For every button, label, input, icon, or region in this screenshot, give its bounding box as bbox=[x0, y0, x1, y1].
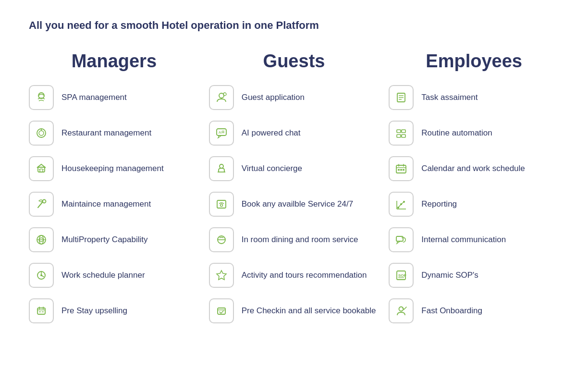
columns-container: Managers SPA management Restaurant manag… bbox=[29, 51, 559, 334]
list-item: Pre Checkin and all service bookable bbox=[209, 298, 376, 323]
precheckin-icon bbox=[209, 298, 234, 323]
feature-label: MultiProperty Capability bbox=[61, 234, 148, 245]
feature-label: Calendar and work schedule bbox=[421, 163, 525, 174]
feature-label: Housekeeping management bbox=[61, 163, 164, 174]
employees-title: Employees bbox=[389, 51, 559, 72]
feature-label: Activity and tours recommendation bbox=[242, 270, 367, 281]
list-item: Work schedule planner bbox=[29, 263, 145, 288]
roomdining-icon bbox=[209, 227, 234, 252]
feature-label: Routine automation bbox=[421, 128, 492, 138]
routine-icon bbox=[389, 121, 414, 146]
feature-label: Work schedule planner bbox=[61, 270, 145, 281]
guests-column: Guests Guest application AI powered chat… bbox=[209, 51, 380, 334]
list-item: Internal communication bbox=[389, 227, 506, 252]
feature-label: Task assaiment bbox=[421, 92, 478, 103]
feature-label: Fast Onboarding bbox=[421, 306, 482, 316]
list-item: AI powered chat bbox=[209, 121, 301, 146]
list-item: Housekeeping management bbox=[29, 156, 164, 181]
multiproperty-icon bbox=[29, 227, 54, 252]
list-item: Maintaince management bbox=[29, 192, 151, 217]
guestapp-icon bbox=[209, 85, 234, 110]
list-item: Restaurant management bbox=[29, 121, 151, 146]
housekeeping-icon bbox=[29, 156, 54, 181]
list-item: Reporting bbox=[389, 192, 457, 217]
list-item: Dynamic SOP's bbox=[389, 263, 478, 288]
feature-label: Book any availble Service 24/7 bbox=[242, 199, 353, 209]
onboarding-icon bbox=[389, 298, 414, 323]
list-item: In room dining and room service bbox=[209, 227, 358, 252]
restaurant-icon bbox=[29, 121, 54, 146]
activity-icon bbox=[209, 263, 234, 288]
task-icon bbox=[389, 85, 414, 110]
sop-icon bbox=[389, 263, 414, 288]
feature-label: SPA management bbox=[61, 92, 127, 103]
list-item: Fast Onboarding bbox=[389, 298, 482, 323]
employees-column: Employees Task assaiment Routine automat… bbox=[389, 51, 559, 334]
list-item: Book any availble Service 24/7 bbox=[209, 192, 353, 217]
list-item: SPA management bbox=[29, 85, 127, 110]
managers-title: Managers bbox=[29, 51, 199, 72]
list-item: Virtual concierge bbox=[209, 156, 302, 181]
prestay-icon bbox=[29, 298, 54, 323]
list-item: Calendar and work schedule bbox=[389, 156, 525, 181]
feature-label: Virtual concierge bbox=[242, 163, 302, 174]
list-item: Activity and tours recommendation bbox=[209, 263, 367, 288]
feature-label: Pre Checkin and all service bookable bbox=[242, 306, 376, 316]
calendar-icon bbox=[389, 156, 414, 181]
list-item: MultiProperty Capability bbox=[29, 227, 148, 252]
workschedule-icon bbox=[29, 263, 54, 288]
list-item: Routine automation bbox=[389, 121, 492, 146]
feature-label: Reporting bbox=[421, 199, 457, 209]
list-item: Pre Stay upselling bbox=[29, 298, 127, 323]
reporting-icon bbox=[389, 192, 414, 217]
spa-icon bbox=[29, 85, 54, 110]
internal-icon bbox=[389, 227, 414, 252]
feature-label: Guest application bbox=[242, 92, 305, 103]
feature-label: Restaurant management bbox=[61, 128, 151, 138]
managers-column: Managers SPA management Restaurant manag… bbox=[29, 51, 199, 334]
feature-label: Dynamic SOP's bbox=[421, 270, 478, 281]
aichat-icon bbox=[209, 121, 234, 146]
page-title: All you need for a smooth Hotel operatio… bbox=[29, 19, 559, 32]
guests-title: Guests bbox=[209, 51, 380, 72]
feature-label: Pre Stay upselling bbox=[61, 306, 127, 316]
book247-icon bbox=[209, 192, 234, 217]
list-item: Guest application bbox=[209, 85, 305, 110]
feature-label: Internal communication bbox=[421, 234, 506, 245]
feature-label: AI powered chat bbox=[242, 128, 301, 138]
feature-label: Maintaince management bbox=[61, 199, 151, 209]
list-item: Task assaiment bbox=[389, 85, 478, 110]
concierge-icon bbox=[209, 156, 234, 181]
feature-label: In room dining and room service bbox=[242, 234, 358, 245]
maintenance-icon bbox=[29, 192, 54, 217]
